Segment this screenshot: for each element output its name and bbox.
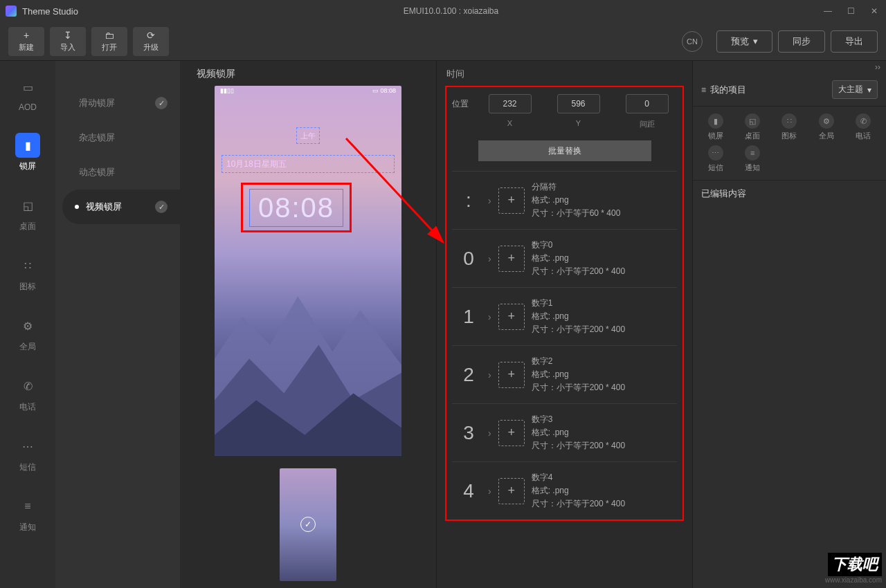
asset-size: 尺寸：小于等于200 * 400	[532, 324, 625, 336]
nav-sms[interactable]: ⋯短信	[15, 434, 40, 473]
pos-y-input[interactable]	[557, 94, 600, 113]
grid-icon: ⚙	[819, 113, 834, 129]
nav-phone[interactable]: ✆电话	[15, 374, 40, 413]
project-grid: ▮锁屏◱桌面∷图标⚙全局✆电话⋯短信≡通知	[693, 107, 886, 181]
asset-name: 分隔符	[532, 181, 621, 193]
asset-glyph: 3	[456, 422, 481, 444]
asset-size: 尺寸：小于等于200 * 400	[532, 266, 625, 277]
asset-size: 尺寸：小于等于60 * 400	[532, 208, 621, 219]
asset-size: 尺寸：小于等于200 * 400	[532, 382, 625, 394]
nav-desktop[interactable]: ◱桌面	[15, 193, 40, 232]
phone-icon: ✆	[15, 374, 40, 398]
grid-icon: ⋯	[708, 145, 723, 160]
expand-icon[interactable]: ››	[693, 61, 886, 73]
asset-format: 格式: .png	[532, 427, 625, 439]
pos-gap-input[interactable]	[626, 94, 669, 113]
battery-icon: ▭	[372, 87, 379, 94]
grid-item[interactable]: ≡通知	[734, 145, 770, 173]
export-button[interactable]: 导出	[831, 30, 878, 53]
grid-item[interactable]: ⋯短信	[697, 145, 734, 173]
desktop-icon: ◱	[15, 193, 40, 218]
project-header: 我的项目	[710, 84, 828, 96]
lockscreen-icon: ▮	[15, 133, 40, 158]
chevron-right-icon: ›	[488, 428, 491, 439]
ampm-box[interactable]: 上午	[296, 127, 320, 144]
add-asset-button[interactable]: +	[498, 246, 525, 272]
nav-lockscreen[interactable]: ▮锁屏	[15, 133, 40, 172]
nav-notify[interactable]: ≡通知	[15, 494, 40, 533]
signal-icon: ▮▮▯▯	[220, 87, 234, 97]
preview-thumbnail[interactable]: ✓	[280, 468, 336, 581]
nav-icons[interactable]: ∷图标	[15, 253, 40, 293]
asset-row: 4 › + 数字4格式: .png尺寸：小于等于200 * 400	[452, 461, 677, 520]
titlebar: Theme Studio EMUI10.0.100 : xoiazaiba — …	[0, 0, 886, 22]
chevron-right-icon: ›	[488, 486, 491, 497]
clock-box[interactable]: 08:08	[241, 183, 352, 232]
plus-icon: +	[24, 30, 29, 41]
mountain-art	[215, 234, 401, 456]
sublist-dynamic-lock[interactable]: 动态锁屏	[55, 155, 180, 190]
grid-item[interactable]: ✆电话	[845, 113, 882, 141]
asset-row: 0 › + 数字0格式: .png尺寸：小于等于200 * 400	[452, 229, 677, 287]
add-asset-button[interactable]: +	[498, 420, 525, 446]
batch-replace-button[interactable]: 批量替换	[478, 140, 651, 161]
add-asset-button[interactable]: +	[498, 304, 525, 330]
grid-item[interactable]: ◱桌面	[734, 113, 770, 141]
asset-glyph: 0	[456, 248, 481, 270]
asset-row: 2 › + 数字2格式: .png尺寸：小于等于200 * 400	[452, 345, 677, 403]
upgrade-button[interactable]: ⟳升级	[133, 27, 169, 56]
asset-row: 1 › + 数字1格式: .png尺寸：小于等于200 * 400	[452, 287, 677, 345]
preview-button[interactable]: 预览▾	[716, 30, 772, 53]
app-title: Theme Studio	[22, 6, 78, 17]
add-asset-button[interactable]: +	[498, 187, 525, 214]
chevron-right-icon: ›	[488, 253, 491, 264]
chevron-right-icon: ›	[488, 195, 491, 206]
asset-glyph: :	[456, 190, 481, 212]
theme-select[interactable]: 大主题▾	[832, 80, 878, 99]
preview-title: 视频锁屏	[197, 68, 235, 80]
nav-global[interactable]: ⚙全局	[15, 313, 40, 353]
grid-icon: ∷	[781, 113, 797, 129]
grid-item[interactable]: ∷图标	[771, 113, 808, 141]
asset-format: 格式: .png	[532, 252, 625, 264]
minimize-icon[interactable]: —	[824, 6, 833, 16]
new-button[interactable]: +新建	[8, 27, 44, 56]
list-icon: ≡	[701, 85, 706, 95]
aod-icon: ▭	[15, 75, 40, 100]
list-icon: ≡	[15, 494, 40, 519]
sync-button[interactable]: 同步	[778, 30, 825, 53]
add-asset-button[interactable]: +	[498, 478, 525, 504]
grid-icon: ✆	[856, 113, 871, 129]
chat-icon: ⋯	[15, 434, 40, 459]
import-button[interactable]: ↧导入	[50, 27, 86, 56]
edited-content-header: 已编辑内容	[693, 181, 886, 207]
asset-glyph: 1	[456, 306, 481, 328]
app-logo	[6, 6, 17, 17]
chevron-down-icon: ▾	[867, 85, 871, 95]
asset-format: 格式: .png	[532, 485, 625, 497]
sublist-slide-lock[interactable]: 滑动锁屏✓	[55, 86, 180, 120]
sublist-magazine-lock[interactable]: 杂志锁屏	[55, 120, 180, 155]
section-title: 时间	[445, 65, 684, 86]
asset-format: 格式: .png	[532, 311, 625, 322]
chevron-down-icon: ▾	[753, 36, 758, 46]
nav-aod[interactable]: ▭AOD	[15, 75, 40, 112]
sublist-video-lock[interactable]: 视频锁屏✓	[62, 190, 180, 224]
maximize-icon[interactable]: ☐	[847, 6, 857, 16]
asset-size: 尺寸：小于等于200 * 400	[532, 498, 625, 510]
clock-text: 08:08	[249, 189, 343, 227]
add-asset-button[interactable]: +	[498, 362, 525, 388]
icons-icon: ∷	[15, 253, 40, 278]
grid-item[interactable]: ▮锁屏	[697, 113, 734, 141]
date-box[interactable]: 10月18日星期五	[222, 155, 395, 173]
grid-icon: ▮	[708, 113, 723, 129]
open-button[interactable]: 🗀打开	[91, 27, 127, 56]
language-toggle[interactable]: CN	[682, 31, 703, 52]
pos-x-input[interactable]	[489, 94, 532, 113]
phone-preview: ▮▮▯▯ ▭ 08:08 上午 10月18日星期五 08:08	[215, 86, 401, 456]
chevron-right-icon: ›	[488, 311, 491, 322]
grid-item[interactable]: ⚙全局	[808, 113, 844, 141]
asset-name: 数字4	[532, 472, 625, 484]
right-panel: ›› ≡ 我的项目 大主题▾ ▮锁屏◱桌面∷图标⚙全局✆电话⋯短信≡通知 已编辑…	[692, 61, 886, 588]
close-icon[interactable]: ✕	[871, 6, 880, 16]
